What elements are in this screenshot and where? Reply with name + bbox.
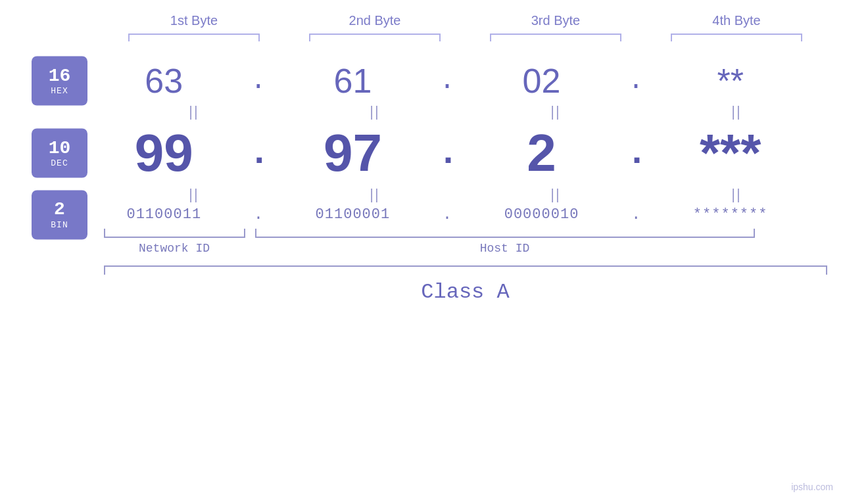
bin-b4: ******** bbox=[658, 206, 803, 223]
watermark: ipshu.com bbox=[791, 482, 833, 492]
byte1-header: 1st Byte bbox=[122, 13, 266, 28]
hex-b4: ** bbox=[658, 61, 803, 101]
hex-values-row: 63 . 61 . 02 . ** bbox=[85, 61, 809, 101]
class-bracket bbox=[104, 265, 827, 275]
dec-cell-4: *** bbox=[658, 123, 803, 183]
byte4-header: 4th Byte bbox=[664, 13, 809, 28]
hex-b2: 61 bbox=[280, 61, 425, 101]
dec-dot-3: . bbox=[626, 133, 646, 174]
eq1-4: || bbox=[664, 103, 809, 120]
eq2-3: || bbox=[483, 186, 628, 203]
dec-b2: 97 bbox=[280, 123, 425, 183]
hex-dot-2: . bbox=[437, 66, 457, 96]
hex-cell-1: 63 bbox=[91, 61, 236, 101]
eq2-4: || bbox=[664, 186, 809, 203]
bin-section: 2 BIN 01100011 . 01100001 . 00000010 . *… bbox=[0, 206, 845, 223]
bracket-4 bbox=[671, 34, 802, 41]
bin-b2: 01100001 bbox=[280, 206, 425, 223]
bin-dot-2: . bbox=[437, 206, 457, 223]
hex-dot-1: . bbox=[249, 66, 268, 96]
dec-b3: 2 bbox=[470, 123, 614, 183]
top-brackets bbox=[104, 34, 827, 41]
hex-badge: 16 HEX bbox=[32, 57, 87, 106]
dec-badge: 10 DEC bbox=[32, 129, 87, 178]
eq1-1: || bbox=[122, 103, 266, 120]
bin-badge: 2 BIN bbox=[32, 190, 87, 239]
hex-cell-4: ** bbox=[658, 61, 803, 101]
class-section: Class A bbox=[104, 265, 827, 304]
byte2-header: 2nd Byte bbox=[302, 13, 447, 28]
byte3-header: 3rd Byte bbox=[483, 13, 628, 28]
network-host-labels: Network ID Host ID bbox=[104, 242, 827, 255]
byte-headers: 1st Byte 2nd Byte 3rd Byte 4th Byte bbox=[104, 13, 827, 28]
dec-b4: *** bbox=[658, 123, 803, 183]
bin-b1: 01100011 bbox=[91, 206, 236, 223]
bin-dot-1: . bbox=[249, 206, 268, 223]
bin-dot-3: . bbox=[626, 206, 646, 223]
dec-badge-label: DEC bbox=[51, 158, 68, 168]
equals-row-1: || || || || bbox=[104, 101, 827, 123]
dec-cell-3: 2 bbox=[470, 123, 614, 183]
hex-cell-2: 61 bbox=[280, 61, 425, 101]
class-label: Class A bbox=[104, 280, 827, 304]
hex-b3: 02 bbox=[470, 61, 614, 101]
bracket-1 bbox=[128, 34, 260, 41]
bin-b3: 00000010 bbox=[470, 206, 614, 223]
eq2-1: || bbox=[122, 186, 266, 203]
bin-cell-4: ******** bbox=[658, 206, 803, 223]
bin-badge-number: 2 bbox=[54, 200, 65, 220]
bracket-3 bbox=[490, 34, 621, 41]
bottom-brackets bbox=[104, 229, 827, 238]
dec-section: 10 DEC 99 . 97 . 2 . *** bbox=[0, 123, 845, 183]
host-bracket bbox=[255, 229, 755, 238]
host-id-label: Host ID bbox=[255, 242, 755, 255]
dec-badge-number: 10 bbox=[49, 138, 71, 158]
bin-cell-1: 01100011 bbox=[91, 206, 236, 223]
eq1-2: || bbox=[302, 103, 447, 120]
dec-dot-2: . bbox=[437, 133, 457, 174]
hex-b1: 63 bbox=[91, 61, 236, 101]
dec-b1: 99 bbox=[91, 123, 236, 183]
hex-cell-3: 02 bbox=[470, 61, 614, 101]
bin-badge-label: BIN bbox=[51, 219, 68, 229]
eq2-2: || bbox=[302, 186, 447, 203]
hex-dot-3: . bbox=[626, 66, 646, 96]
hex-badge-label: HEX bbox=[51, 86, 68, 96]
dec-values-row: 99 . 97 . 2 . *** bbox=[85, 123, 809, 183]
bin-cell-3: 00000010 bbox=[470, 206, 614, 223]
hex-section: 16 HEX 63 . 61 . 02 . ** bbox=[0, 61, 845, 101]
bin-cell-2: 01100001 bbox=[280, 206, 425, 223]
bracket-2 bbox=[309, 34, 441, 41]
main-container: 1st Byte 2nd Byte 3rd Byte 4th Byte 16 H… bbox=[0, 0, 845, 504]
equals-row-2: || || || || bbox=[104, 183, 827, 206]
network-bracket bbox=[104, 229, 245, 238]
hex-badge-number: 16 bbox=[49, 66, 71, 86]
eq1-3: || bbox=[483, 103, 628, 120]
dec-cell-2: 97 bbox=[280, 123, 425, 183]
dec-cell-1: 99 bbox=[91, 123, 236, 183]
dec-dot-1: . bbox=[249, 133, 268, 174]
network-id-label: Network ID bbox=[104, 242, 245, 255]
bin-values-row: 01100011 . 01100001 . 00000010 . *******… bbox=[85, 206, 809, 223]
